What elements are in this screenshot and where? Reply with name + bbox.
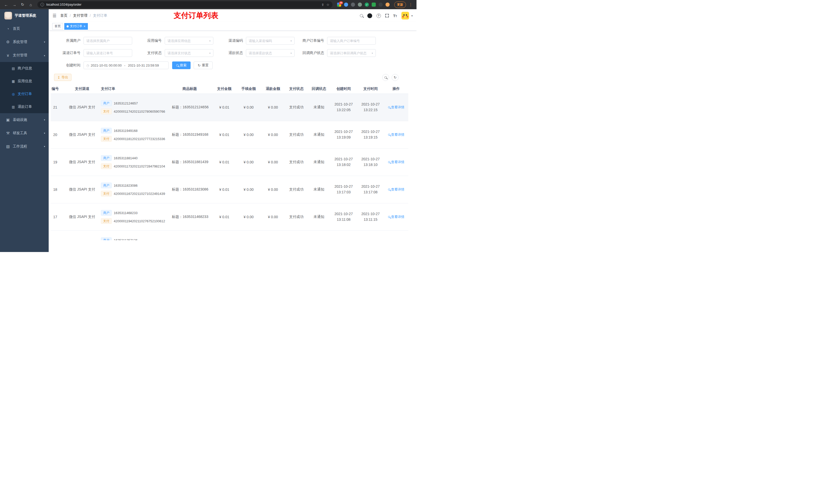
cell-pay-amount: ¥ 0.01	[212, 105, 236, 110]
sidebar-toggle-icon[interactable]: ☰	[52, 13, 56, 19]
filter-select-pay-status[interactable]: ▾	[165, 49, 213, 57]
filter-field-channel-code: 渠道编码▾	[219, 37, 294, 45]
filter-label-pay-status: 支付状态	[138, 51, 165, 55]
cell-fee-amount: ¥ 0.00	[236, 133, 261, 137]
cell-create-time: 2021-10-27 13:19:09	[330, 129, 357, 140]
filter-input-merchant[interactable]	[84, 37, 132, 45]
tab-home[interactable]: 首页	[52, 23, 63, 30]
merchant-card-icon: ▤	[11, 67, 16, 70]
view-detail-link[interactable]: 查看详情	[388, 215, 404, 219]
pay-order-icon: ◎	[11, 92, 16, 96]
user-avatar[interactable]	[401, 12, 409, 20]
pay-order-line: 支付 4200001174202110278060590766	[101, 109, 165, 114]
browser-menu-icon[interactable]: ⋮	[407, 2, 414, 7]
sidebar-item-payment[interactable]: ¥支付管理▴	[0, 49, 49, 62]
filter-input-pay-status[interactable]	[168, 51, 208, 55]
cell-pay-amount: ¥ 0.01	[212, 160, 236, 164]
sidebar-item-dev-tools[interactable]: ⚒研发工具▾	[0, 126, 49, 140]
column-header-notify: 回调状态	[308, 87, 330, 91]
browser-home-icon[interactable]: ⌂	[27, 1, 34, 8]
clock-icon: ◷	[86, 64, 89, 67]
sidebar-item-system[interactable]: ⚙系统管理▾	[0, 35, 49, 49]
extension-icon-6[interactable]	[372, 3, 376, 7]
filter-label-refund-status: 退款状态	[219, 51, 246, 55]
filter-select-channel-code[interactable]: ▾	[246, 37, 294, 45]
site-info-icon[interactable]: i	[41, 3, 44, 6]
filter-select-refund-status[interactable]: ▾	[246, 49, 294, 57]
extension-icon-5[interactable]: ✓	[365, 3, 369, 7]
cell-product-title: 标题：1635311468233	[167, 215, 212, 219]
filter-input-merchant[interactable]	[86, 39, 129, 43]
search-button[interactable]: 搜索	[172, 62, 191, 69]
sidebar-item-home[interactable]: ◔首页	[0, 22, 49, 35]
view-detail-link[interactable]: 查看详情	[388, 187, 404, 192]
cell-pay-time: 2021-10-27 13:22:15	[357, 102, 384, 113]
filter-select-notify-status[interactable]: ▾	[327, 49, 376, 57]
reset-button[interactable]: ↻重置	[194, 62, 213, 69]
bookmark-star-icon[interactable]: ☆	[326, 3, 329, 7]
extension-icon-8[interactable]	[385, 3, 389, 7]
browser-reload-icon[interactable]: ↻	[19, 1, 26, 8]
sidebar-subitem-refund-order[interactable]: ▥退款订单	[0, 100, 49, 113]
magnifier-icon	[384, 76, 387, 79]
github-icon[interactable]	[367, 13, 372, 18]
column-header-refund: 退款金额	[261, 87, 285, 91]
cell-pay-channel: 微信 JSAPI 支付	[67, 215, 97, 219]
refresh-icon: ↻	[198, 64, 200, 67]
filter-input-channel-order-no[interactable]	[86, 51, 129, 55]
filter-input-channel-order-no[interactable]	[84, 49, 132, 57]
cell-id: 18	[51, 188, 67, 192]
browser-update-button[interactable]: 更新	[394, 2, 406, 8]
extension-icon-3[interactable]	[351, 3, 355, 7]
chevron-down-icon: ▾	[290, 40, 292, 42]
sidebar-item-workflow[interactable]: ▧工作流程▾	[0, 140, 49, 153]
extension-icon-2[interactable]	[344, 3, 348, 7]
cell-refund-amount: ¥ 0.00	[261, 160, 285, 164]
breadcrumb-item-home[interactable]: 首页	[60, 13, 67, 18]
fullscreen-icon[interactable]	[385, 14, 389, 18]
extension-icon-4[interactable]	[358, 3, 362, 7]
filter-select-app-no[interactable]: ▾	[165, 37, 213, 45]
tab-pay-order[interactable]: 支付订单 ×	[64, 23, 88, 30]
filter-input-app-no[interactable]	[168, 39, 208, 43]
view-detail-link[interactable]: 查看详情	[388, 133, 404, 137]
breadcrumb-item-payment[interactable]: 支付管理	[73, 13, 87, 18]
app-window: 芋道管理系统 ◔首页⚙系统管理▾¥支付管理▴▤商户信息▦应用信息◎支付订单▥退款…	[0, 9, 416, 252]
browser-forward-icon[interactable]: →	[11, 1, 18, 8]
view-detail-link[interactable]: 查看详情	[388, 160, 404, 164]
filter-input-refund-status[interactable]	[249, 51, 289, 55]
sidebar-subitem-app-info[interactable]: ▦应用信息	[0, 75, 49, 88]
view-detail-link[interactable]: 查看详情	[388, 105, 404, 110]
filter-input-notify-status[interactable]	[330, 51, 370, 55]
close-icon[interactable]: ×	[84, 25, 86, 28]
extension-icon-7[interactable]	[379, 3, 383, 7]
refresh-table-button[interactable]: ↻	[392, 74, 399, 81]
sidebar-menu: ◔首页⚙系统管理▾¥支付管理▴▤商户信息▦应用信息◎支付订单▥退款订单▣基础设施…	[0, 22, 49, 153]
sidebar-subitem-merchant-info[interactable]: ▤商户信息	[0, 62, 49, 75]
search-icon[interactable]	[360, 14, 363, 17]
font-size-icon[interactable]: TT	[393, 14, 397, 18]
date-range-picker[interactable]: ◷ 2021-10-01 00:00:00 - 2021-10-31 23:59…	[84, 62, 169, 69]
sidebar-subitem-pay-order[interactable]: ◎支付订单	[0, 88, 49, 100]
menu-label: 支付管理	[13, 53, 44, 57]
address-bar[interactable]: i localhost:1024/pay/order ⇧ ☆	[38, 1, 332, 8]
date-end-value: 2021-10-31 23:59:59	[128, 64, 159, 67]
magnifier-icon	[388, 216, 390, 218]
magnifier-icon	[388, 106, 390, 108]
docs-help-icon[interactable]: ?	[377, 14, 381, 18]
merchant-tag: 商户	[101, 128, 112, 134]
caret-down-icon[interactable]: ▾	[411, 14, 413, 17]
extension-icon-1[interactable]: 10	[337, 3, 341, 7]
sidebar-item-infrastructure[interactable]: ▣基础设施▾	[0, 113, 49, 126]
chevron-down-icon: ▾	[44, 41, 45, 43]
filter-input-merchant-order-no[interactable]	[327, 37, 376, 45]
filter-input-channel-code[interactable]	[249, 39, 289, 43]
app-logo[interactable]: 芋道管理系统	[0, 9, 49, 22]
export-button[interactable]: ↧导出	[54, 74, 71, 81]
toggle-search-button[interactable]	[382, 74, 389, 81]
filter-input-merchant-order-no[interactable]	[330, 39, 373, 43]
cell-pay-amount: ¥ 0.01	[212, 215, 236, 219]
browser-back-icon[interactable]: ←	[3, 1, 10, 8]
cell-pay-order: 商户 1635311823086 支付 42000011672021102710…	[97, 183, 167, 196]
share-icon[interactable]: ⇧	[321, 3, 324, 7]
